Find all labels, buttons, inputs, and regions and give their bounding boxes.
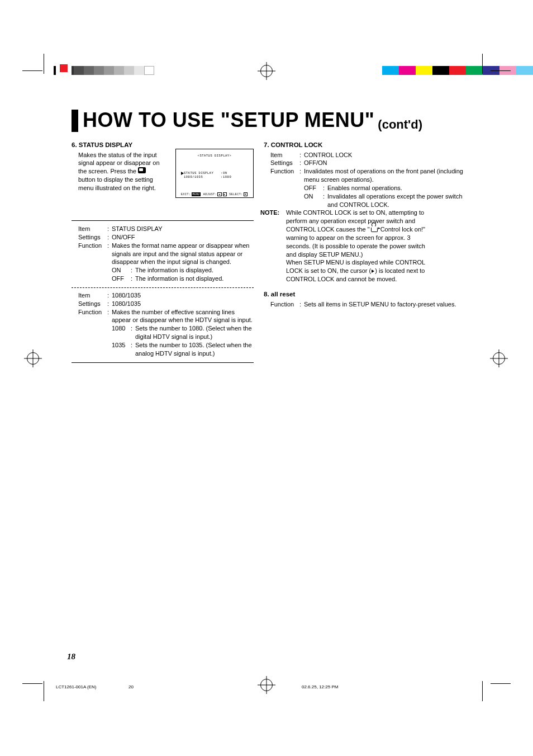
divider bbox=[72, 287, 254, 288]
function-all-reset: Sets all items in SETUP MENU to factory-… bbox=[304, 300, 469, 309]
crop-mark bbox=[22, 70, 42, 71]
divider bbox=[72, 220, 254, 221]
page-title: HOW TO USE "SETUP MENU" (cont'd) bbox=[72, 108, 468, 132]
registration-crosshair-icon bbox=[27, 352, 39, 365]
divider bbox=[72, 362, 254, 363]
label-settings: Settings bbox=[78, 233, 107, 242]
footer-timestamp: 02.6.25, 12:25 PM bbox=[302, 684, 338, 689]
control-lock-note: NOTE: While CONTROL LOCK is set to ON, a… bbox=[260, 209, 469, 217]
status-display-menu-screenshot: <STATUS DISPLAY> STATUS DISPLAY : ON 108… bbox=[175, 149, 254, 198]
settings-status-display: ON/OFF bbox=[112, 233, 254, 242]
item-control-lock: CONTROL LOCK bbox=[304, 151, 469, 159]
crop-mark bbox=[22, 683, 42, 684]
item-status-display: STATUS DISPLAY bbox=[112, 225, 254, 233]
registration-crosshair-icon bbox=[260, 679, 273, 691]
right-key-icon: ► bbox=[223, 192, 227, 196]
function-control-lock: Invalidates most of operations on the fr… bbox=[304, 167, 469, 184]
section-6-intro: Makes the status of the input signal app… bbox=[78, 151, 179, 192]
crop-mark bbox=[44, 54, 44, 74]
label-item: Item bbox=[270, 151, 299, 159]
label-function: Function bbox=[78, 242, 107, 267]
registration-crosshair-icon bbox=[493, 352, 505, 365]
label-item: Item bbox=[78, 291, 107, 300]
function-1080-1035: Makes the number of effective scanning l… bbox=[112, 308, 254, 325]
crop-mark bbox=[482, 681, 483, 701]
settings-1080-1035: 1080/1035 bbox=[112, 300, 254, 308]
section-8-heading: 8. all reset bbox=[264, 290, 469, 299]
control-lock-icon bbox=[371, 228, 378, 232]
page-number: 18 bbox=[67, 652, 75, 662]
label-function: Function bbox=[270, 300, 299, 309]
cursor-right-icon bbox=[372, 270, 374, 273]
label-function: Function bbox=[78, 308, 107, 325]
crop-mark bbox=[482, 54, 483, 74]
footer-doc-id: LCT1261-001A (EN) bbox=[56, 684, 96, 689]
crop-mark bbox=[491, 70, 511, 71]
display-button-icon bbox=[138, 167, 146, 173]
crop-mark bbox=[491, 683, 511, 684]
registration-crosshair-icon bbox=[260, 65, 273, 77]
menu-key-icon: MENU bbox=[192, 192, 201, 196]
function-status-display: Makes the format name appear or disappea… bbox=[112, 242, 254, 267]
footer-sheet-num: 20 bbox=[129, 684, 134, 689]
item-1080-1035: 1080/1035 bbox=[112, 291, 254, 300]
page-title-cont: (cont'd) bbox=[378, 117, 422, 132]
label-function: Function bbox=[270, 167, 299, 184]
crop-mark bbox=[44, 681, 44, 701]
label-settings: Settings bbox=[270, 159, 299, 167]
down-key-icon: ▼ bbox=[244, 192, 248, 196]
page-title-text: HOW TO USE "SETUP MENU" bbox=[83, 108, 374, 132]
settings-control-lock: OFF/ON bbox=[304, 159, 469, 167]
left-key-icon: ◄ bbox=[217, 192, 221, 196]
label-item: Item bbox=[78, 225, 107, 233]
red-registration-square bbox=[56, 60, 72, 76]
section-7-heading: 7. CONTROL LOCK bbox=[264, 141, 469, 150]
label-settings: Settings bbox=[78, 300, 107, 308]
